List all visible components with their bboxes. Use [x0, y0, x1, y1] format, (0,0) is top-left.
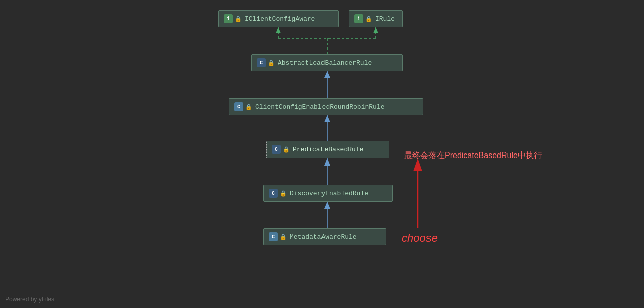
node-predicatebasedrule[interactable]: C 🔒 PredicateBasedRule	[266, 141, 389, 158]
icon-class-5: C	[269, 232, 278, 241]
svg-marker-10	[324, 115, 330, 122]
lock-5: 🔒	[283, 146, 290, 153]
svg-marker-6	[373, 27, 378, 33]
lock-7: 🔒	[280, 234, 287, 240]
lock-4: 🔒	[245, 104, 252, 110]
lock-3: 🔒	[268, 60, 275, 66]
svg-marker-12	[324, 158, 330, 166]
node-abstractloadbalancerrule[interactable]: C 🔒 AbstractLoadBalancerRule	[251, 54, 403, 71]
icon-class-4: C	[269, 189, 278, 198]
node-discoveryenabledrule[interactable]: C 🔒 DiscoveryEnabledRule	[263, 185, 393, 202]
node-clientconfigenabledroundrobinrule[interactable]: C 🔒 ClientConfigEnabledRoundRobinRule	[229, 98, 423, 115]
annotation-choose: choose	[402, 232, 438, 245]
svg-marker-14	[324, 202, 330, 209]
label-clientconfigenabledroundrobinrule: ClientConfigEnabledRoundRobinRule	[255, 103, 384, 111]
svg-marker-8	[324, 71, 330, 78]
label-metadataawarerule: MetadataAwareRule	[290, 233, 357, 241]
lock-1: 🔒	[235, 16, 242, 22]
diagram-container: i 🔒 IClientConfigAware i 🔒 IRule C 🔒 Abs…	[0, 0, 644, 308]
icon-interface-1: i	[224, 14, 233, 23]
icon-class-1: C	[257, 58, 266, 67]
icon-class-2: C	[234, 102, 243, 111]
label-iclientconfigaware: IClientConfigAware	[245, 15, 315, 23]
label-irule: IRule	[375, 15, 395, 23]
svg-marker-3	[276, 27, 281, 33]
node-metadataawarerule[interactable]: C 🔒 MetadataAwareRule	[263, 228, 386, 245]
lock-6: 🔒	[280, 190, 287, 197]
icon-interface-2: i	[354, 14, 363, 23]
icon-class-3: C	[272, 145, 281, 154]
label-predicatebasedrule: PredicateBasedRule	[293, 146, 363, 153]
label-abstractloadbalancerrule: AbstractLoadBalancerRule	[278, 59, 372, 67]
lock-2: 🔒	[365, 16, 372, 22]
node-iclientconfigaware[interactable]: i 🔒 IClientConfigAware	[218, 10, 339, 27]
annotation-zh: 最终会落在PredicateBasedRule中执行	[404, 150, 542, 161]
label-discoveryenabledrule: DiscoveryEnabledRule	[290, 190, 368, 197]
node-irule[interactable]: i 🔒 IRule	[349, 10, 403, 27]
powered-by: Powered by yFiles	[5, 296, 54, 303]
